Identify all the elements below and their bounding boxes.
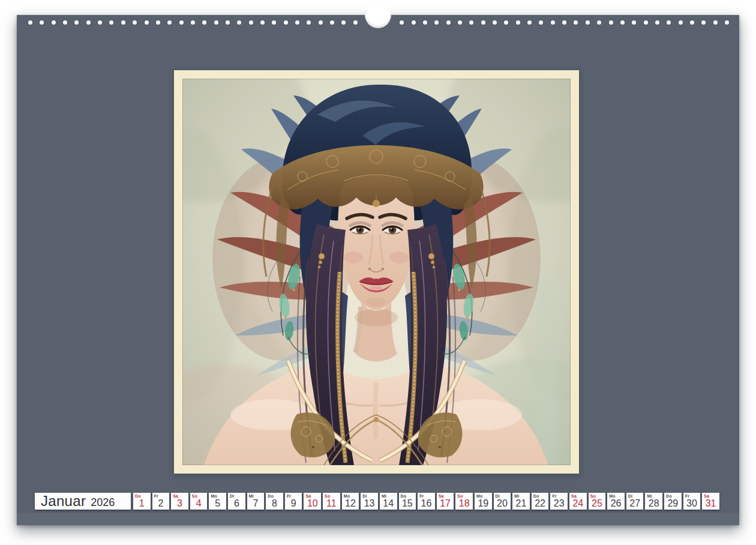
binding-hole bbox=[202, 20, 206, 25]
day-number: 3 bbox=[171, 498, 188, 509]
calendar-day-cell: Mi28 bbox=[645, 493, 662, 510]
calendar-day-cell: So4 bbox=[190, 493, 208, 510]
binding-hole bbox=[86, 20, 91, 25]
day-number: 17 bbox=[437, 498, 454, 509]
calendar-day-cell: Do29 bbox=[664, 493, 682, 510]
day-number: 26 bbox=[607, 498, 625, 509]
binding-hole bbox=[226, 20, 230, 25]
binding-hole bbox=[725, 20, 729, 25]
calendar-day-cell: Do15 bbox=[399, 493, 416, 510]
binding-hole bbox=[504, 20, 508, 25]
calendar-day-cell: Do8 bbox=[266, 493, 283, 510]
binding-hole bbox=[644, 20, 648, 25]
binding-hole bbox=[191, 20, 195, 25]
binding-hole bbox=[40, 20, 44, 25]
calendar-day-cell: Sa24 bbox=[569, 493, 587, 510]
weekday-label: Fr bbox=[419, 494, 424, 498]
calendar-day-cell: Mi7 bbox=[247, 493, 265, 510]
day-number: 29 bbox=[664, 498, 682, 509]
weekday-label: So bbox=[457, 494, 463, 498]
weekday-label: Mo bbox=[476, 494, 483, 498]
weekday-label: Di bbox=[628, 494, 632, 498]
day-number: 6 bbox=[228, 498, 245, 509]
weekday-label: Mi bbox=[249, 494, 254, 498]
calendar-day-cell: Fr23 bbox=[550, 493, 568, 510]
binding-hole bbox=[74, 20, 79, 25]
calendar-day-cell: Mo5 bbox=[209, 493, 226, 510]
calendar-day-cell: Sa17 bbox=[437, 493, 454, 510]
binding-hole bbox=[423, 20, 427, 25]
binding-hole bbox=[713, 20, 718, 25]
binding-hole bbox=[458, 20, 462, 25]
calendar-day-cell: Di20 bbox=[494, 493, 511, 510]
calendar-day-cell: Fr9 bbox=[285, 493, 302, 510]
day-number: 24 bbox=[569, 498, 587, 509]
calendar-day-cell: Do1 bbox=[133, 493, 151, 510]
day-number: 19 bbox=[475, 498, 492, 509]
binding-hole bbox=[493, 20, 497, 25]
day-number: 31 bbox=[702, 498, 719, 509]
binding-hole bbox=[121, 20, 125, 25]
day-number: 25 bbox=[589, 498, 606, 509]
binding-hole bbox=[167, 20, 172, 25]
day-number: 1 bbox=[133, 498, 151, 509]
calendar-day-cell: So11 bbox=[323, 493, 340, 510]
day-number: 18 bbox=[455, 498, 473, 509]
artwork-frame bbox=[174, 70, 579, 474]
weekday-label: Sa bbox=[173, 494, 178, 498]
calendar-day-cell: So18 bbox=[455, 493, 473, 510]
weekday-label: Do bbox=[135, 494, 141, 498]
weekday-label: Fr bbox=[685, 494, 689, 498]
weekday-label: Mo bbox=[344, 494, 350, 498]
day-number: 16 bbox=[418, 498, 435, 509]
calendar-day-cell: Fr30 bbox=[683, 493, 701, 510]
binding-hole bbox=[272, 20, 276, 25]
binding-hole bbox=[632, 20, 636, 25]
calendar-day-cell: Mi21 bbox=[512, 493, 530, 510]
binding-hole bbox=[341, 20, 346, 25]
weekday-label: Di bbox=[362, 494, 367, 498]
binding-hole bbox=[446, 20, 451, 25]
day-number: 28 bbox=[645, 498, 662, 509]
calendar-day-cell: Sa10 bbox=[304, 493, 321, 510]
calendar-day-cell: Fr16 bbox=[418, 493, 435, 510]
binding-hole bbox=[516, 20, 520, 25]
day-cells: Do1Fr2Sa3So4Mo5Di6Mi7Do8Fr9Sa10So11Mo12D… bbox=[133, 493, 719, 510]
calendar-day-cell: Mi14 bbox=[380, 493, 397, 510]
day-number: 22 bbox=[532, 498, 549, 509]
year-label: 2026 bbox=[91, 495, 115, 511]
binding-hole bbox=[400, 20, 404, 25]
weekday-label: So bbox=[192, 494, 197, 498]
weekday-label: So bbox=[325, 494, 330, 498]
binding-hole bbox=[98, 20, 102, 25]
binding-hole bbox=[539, 20, 543, 25]
binding-hole bbox=[667, 20, 671, 25]
binding-hole bbox=[655, 20, 659, 25]
weekday-label: Mi bbox=[647, 494, 652, 498]
binding-hole bbox=[701, 20, 706, 25]
day-number: 4 bbox=[190, 498, 208, 509]
weekday-label: Sa bbox=[439, 494, 444, 498]
calendar-page: Januar 2026 Do1Fr2Sa3So4Mo5Di6Mi7Do8Fr9S… bbox=[17, 15, 739, 525]
binding-hole bbox=[679, 20, 683, 25]
binding-hole bbox=[109, 20, 113, 25]
calendar-day-cell: Di6 bbox=[228, 493, 245, 510]
weekday-label: So bbox=[590, 494, 596, 498]
day-number: 14 bbox=[380, 498, 397, 509]
portrait-artwork-image bbox=[182, 79, 571, 465]
binding-hole bbox=[597, 20, 601, 25]
day-number: 10 bbox=[304, 498, 321, 509]
calendar-day-cell: Sa31 bbox=[702, 493, 719, 510]
binding-hole bbox=[481, 20, 485, 25]
day-number: 20 bbox=[494, 498, 511, 509]
binding-hole bbox=[260, 20, 265, 25]
weekday-label: Fr bbox=[154, 494, 158, 498]
day-number: 15 bbox=[399, 498, 416, 509]
weekday-label: Sa bbox=[305, 494, 311, 498]
binding-hole bbox=[562, 20, 566, 25]
day-number: 13 bbox=[361, 498, 378, 509]
weekday-label: Mo bbox=[609, 494, 616, 498]
weekday-label: Mi bbox=[514, 494, 519, 498]
calendar-day-cell: Sa3 bbox=[171, 493, 188, 510]
weekday-label: Di bbox=[496, 494, 500, 498]
